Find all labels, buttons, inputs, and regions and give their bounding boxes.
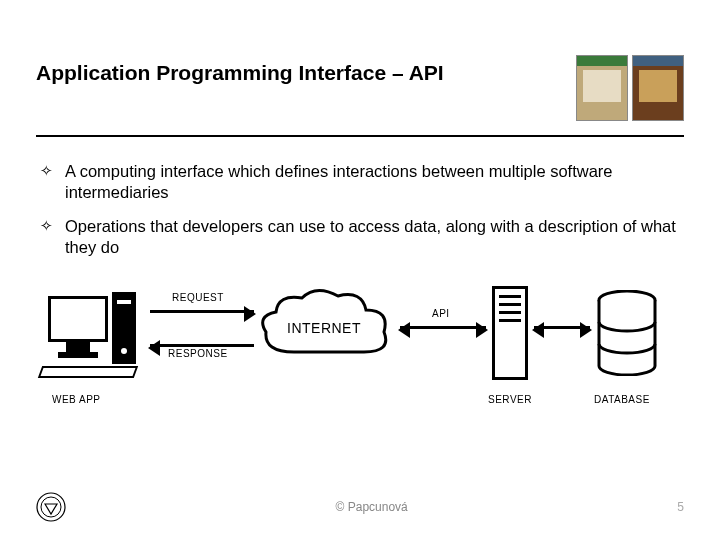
api-diagram: WEB APP REQUEST RESPONSE INTERNET API SE… xyxy=(40,286,680,431)
response-arrow-icon xyxy=(150,344,254,347)
page-number: 5 xyxy=(677,500,684,514)
list-item: ✧ A computing interface which defines in… xyxy=(40,161,680,202)
bullet-text: A computing interface which defines inte… xyxy=(65,161,680,202)
webapp-label: WEB APP xyxy=(52,394,101,405)
bullet-text: Operations that developers can use to ac… xyxy=(65,216,680,257)
api-arrow-icon xyxy=(400,326,486,329)
bullet-list: ✧ A computing interface which defines in… xyxy=(0,137,720,258)
database-icon xyxy=(596,290,658,376)
monitor-icon xyxy=(48,296,108,342)
institution-logo-icon xyxy=(36,492,66,522)
server-label: SERVER xyxy=(488,394,532,405)
database-label: DATABASE xyxy=(594,394,650,405)
keyboard-icon xyxy=(38,366,138,378)
bullet-icon: ✧ xyxy=(40,161,53,202)
server-icon xyxy=(492,286,528,380)
computer-tower-icon xyxy=(112,292,136,364)
bullet-icon: ✧ xyxy=(40,216,53,257)
list-item: ✧ Operations that developers can use to … xyxy=(40,216,680,257)
monitor-stand-icon xyxy=(66,342,90,352)
request-label: REQUEST xyxy=(172,292,224,303)
internet-label: INTERNET xyxy=(287,320,361,336)
monitor-base-icon xyxy=(58,352,98,358)
response-label: RESPONSE xyxy=(168,348,228,359)
footer: © Papcunová 5 xyxy=(0,492,720,522)
page-title: Application Programming Interface – API xyxy=(36,55,556,85)
header-thumbnails xyxy=(576,55,684,121)
book-thumbnail-1 xyxy=(576,55,628,121)
copyright-text: © Papcunová xyxy=(66,500,677,514)
db-arrow-icon xyxy=(534,326,590,329)
request-arrow-icon xyxy=(150,310,254,313)
api-label: API xyxy=(432,308,450,319)
book-thumbnail-2 xyxy=(632,55,684,121)
